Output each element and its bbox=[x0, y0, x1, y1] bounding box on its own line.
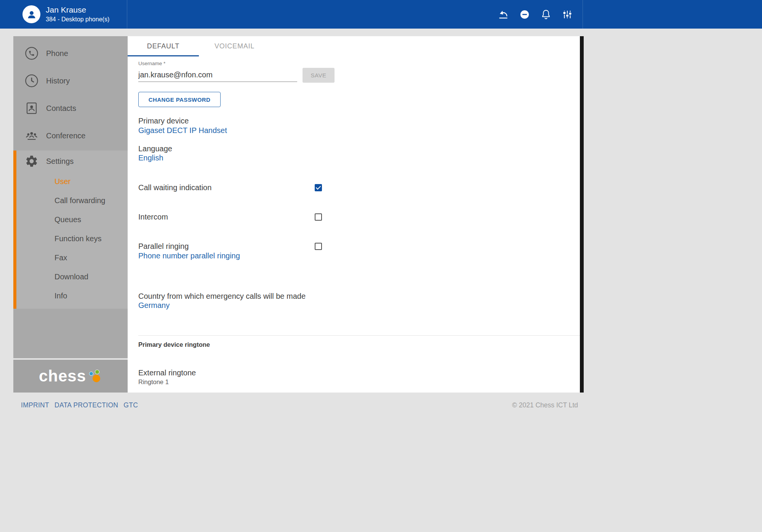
equalizer-icon[interactable] bbox=[559, 6, 575, 22]
sidebar-settings-section: Settings User Call forwarding Queues Fun… bbox=[13, 151, 128, 309]
copyright-text: © 2021 Chess ICT Ltd bbox=[512, 401, 578, 409]
main-content: DEFAULT VOICEMAIL Username * SAVE CHANGE… bbox=[128, 36, 580, 393]
sidebar-subitem-info[interactable]: Info bbox=[16, 286, 128, 305]
sidebar-logo-block: chess bbox=[13, 360, 128, 393]
user-avatar[interactable] bbox=[22, 5, 40, 23]
footer-link-gtc[interactable]: GTC bbox=[123, 401, 138, 409]
external-ringtone-value[interactable]: Ringtone 1 bbox=[138, 378, 169, 386]
sidebar-item-phone[interactable]: Phone bbox=[13, 40, 128, 67]
conference-icon bbox=[25, 129, 38, 143]
language-link[interactable]: English bbox=[138, 154, 163, 162]
sidebar-item-history[interactable]: History bbox=[13, 67, 128, 95]
username-input[interactable] bbox=[138, 68, 297, 82]
sidebar-item-label: Phone bbox=[46, 49, 68, 58]
parallel-ringing-label: Parallel ringing bbox=[138, 242, 189, 251]
external-ringtone-label: External ringtone bbox=[138, 369, 196, 377]
sidebar-subitem-function-keys[interactable]: Function keys bbox=[16, 229, 128, 248]
sidebar-subitem-user[interactable]: User bbox=[16, 172, 128, 191]
contact-card-icon bbox=[25, 101, 38, 115]
parallel-ringing-link[interactable]: Phone number parallel ringing bbox=[138, 252, 240, 260]
redirect-icon[interactable] bbox=[495, 6, 511, 22]
app-header: Jan Krause 384 - Desktop phone(s) bbox=[0, 0, 762, 29]
sidebar-item-conference[interactable]: Conference bbox=[13, 122, 128, 149]
user-subtitle: 384 - Desktop phone(s) bbox=[46, 16, 109, 23]
vertical-scrollbar[interactable] bbox=[580, 36, 584, 393]
footer-links: IMPRINT DATA PROTECTION GTC bbox=[21, 401, 138, 409]
person-icon bbox=[26, 9, 37, 20]
emergency-country-label: Country from which emergency calls will … bbox=[138, 292, 306, 301]
call-waiting-checkbox[interactable] bbox=[315, 184, 322, 191]
sidebar-item-settings[interactable]: Settings bbox=[16, 151, 128, 172]
call-waiting-label: Call waiting indication bbox=[138, 183, 211, 192]
footer-link-data-protection[interactable]: DATA PROTECTION bbox=[54, 401, 118, 409]
sidebar-item-label: History bbox=[46, 77, 70, 85]
tab-default[interactable]: DEFAULT bbox=[128, 36, 199, 56]
sidebar-nav: Phone History Contacts bbox=[13, 36, 128, 151]
sidebar-item-label: Contacts bbox=[46, 104, 76, 113]
notifications-icon[interactable] bbox=[538, 6, 554, 22]
gear-icon bbox=[25, 154, 38, 168]
sidebar-item-contacts[interactable]: Contacts bbox=[13, 95, 128, 122]
chess-logo: chess bbox=[39, 367, 102, 385]
username-label: Username * bbox=[138, 61, 165, 66]
clock-icon bbox=[25, 74, 38, 88]
header-icon-bar bbox=[495, 0, 575, 29]
header-divider bbox=[127, 0, 127, 29]
phone-icon bbox=[25, 46, 38, 60]
sidebar: Phone History Contacts bbox=[13, 36, 128, 393]
save-button[interactable]: SAVE bbox=[303, 68, 335, 83]
user-name: Jan Krause bbox=[46, 5, 86, 14]
tab-voicemail[interactable]: VOICEMAIL bbox=[199, 36, 270, 56]
sidebar-subitem-download[interactable]: Download bbox=[16, 267, 128, 286]
chess-logo-dots-icon bbox=[88, 369, 102, 384]
section-divider bbox=[138, 335, 580, 336]
language-label: Language bbox=[138, 144, 172, 153]
emergency-country-link[interactable]: Germany bbox=[138, 301, 170, 310]
do-not-disturb-icon[interactable] bbox=[517, 6, 533, 22]
ringtone-section-title: Primary device ringtone bbox=[138, 341, 210, 348]
sidebar-item-label: Settings bbox=[46, 157, 74, 166]
intercom-label: Intercom bbox=[138, 213, 168, 221]
intercom-checkbox[interactable] bbox=[315, 213, 322, 221]
primary-device-link[interactable]: Gigaset DECT IP Handset bbox=[138, 126, 227, 135]
sidebar-subitem-call-forwarding[interactable]: Call forwarding bbox=[16, 191, 128, 210]
change-password-button[interactable]: CHANGE PASSWORD bbox=[138, 92, 221, 107]
parallel-ringing-checkbox[interactable] bbox=[315, 243, 322, 250]
chess-logo-text: chess bbox=[39, 367, 86, 385]
header-divider bbox=[583, 0, 583, 29]
sidebar-subitem-fax[interactable]: Fax bbox=[16, 248, 128, 267]
primary-device-label: Primary device bbox=[138, 117, 189, 125]
sidebar-filler bbox=[13, 309, 128, 358]
sidebar-subitem-queues[interactable]: Queues bbox=[16, 210, 128, 229]
footer-link-imprint[interactable]: IMPRINT bbox=[21, 401, 49, 409]
tab-bar: DEFAULT VOICEMAIL bbox=[128, 36, 270, 56]
sidebar-item-label: Conference bbox=[46, 131, 85, 140]
